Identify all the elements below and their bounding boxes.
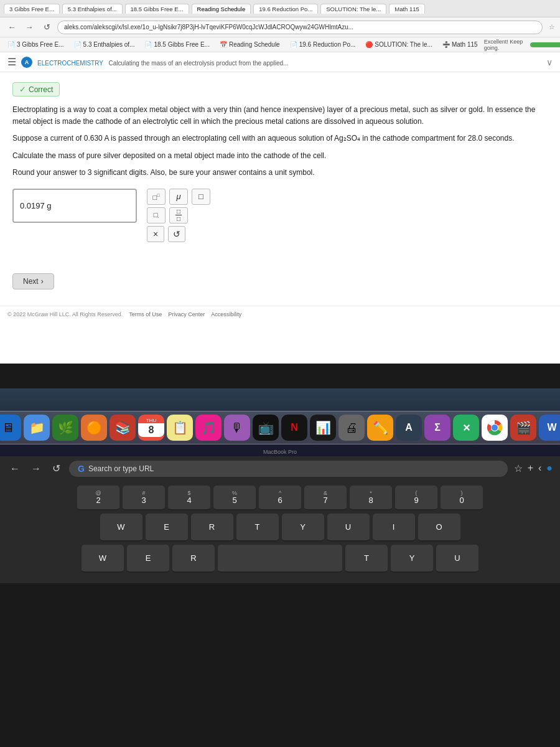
undo-btn[interactable]: ↺ — [168, 226, 185, 242]
dock-item-chrome[interactable] — [482, 415, 508, 441]
chrome-url-bar[interactable]: G Search or type URL — [69, 461, 508, 477]
superscript-btn[interactable]: □□ — [147, 189, 166, 205]
bookmark-solution[interactable]: 🔴 SOLUTION: The le... — [362, 40, 436, 49]
dock-item-print[interactable]: 🖨 — [338, 415, 365, 441]
key-i[interactable]: I — [373, 514, 415, 542]
dock-item-music[interactable]: 🎵 — [195, 415, 222, 441]
key-u2[interactable]: U — [436, 545, 478, 573]
url-bar[interactable]: aleks.com/alekscgi/x/lsl.exe/1o_u-lgNsik… — [57, 21, 543, 34]
chrome-add-btn[interactable]: + — [528, 463, 533, 474]
math-toolbar: □□ μ □ □· — [147, 189, 210, 242]
dock-item-netflix[interactable]: N — [281, 415, 307, 441]
bookmark-enthalpies[interactable]: 📄 5.3 Enthalpies of... — [70, 40, 139, 49]
subscript-dot-btn[interactable]: □· — [147, 207, 166, 223]
chrome-refresh-btn[interactable]: ↺ — [50, 460, 63, 477]
aleks-header: ☰ A ELECTROCHEMISTRY Calculating the mas… — [0, 52, 560, 72]
dock-item-calendar[interactable]: THU 8 — [138, 415, 164, 441]
bookmark-math[interactable]: ➗ Math 115 — [439, 40, 482, 49]
key-space[interactable] — [218, 545, 342, 573]
box-btn[interactable]: □ — [192, 189, 210, 205]
key-3[interactable]: # 3 — [123, 486, 165, 510]
key-r[interactable]: R — [191, 514, 233, 542]
back-button[interactable]: ← — [5, 21, 19, 34]
footer-accessibility[interactable]: Accessibility — [211, 311, 241, 317]
dock-item-stocks[interactable]: 📊 — [310, 415, 336, 441]
key-0[interactable]: ) 0 — [441, 486, 483, 510]
bookmark-label-4: Reading Schedule — [229, 41, 280, 48]
tab-3-gibbs[interactable]: 3 Gibbs Free E... — [4, 4, 60, 14]
key-t2[interactable]: T — [345, 545, 388, 573]
question-intro: Electroplating is a way to coat a comple… — [12, 104, 548, 128]
chrome-bookmark-btn[interactable]: ☆ — [514, 463, 523, 474]
key-w2[interactable]: W — [82, 545, 124, 573]
dock-item-sketch[interactable]: ✏️ — [367, 415, 393, 441]
hamburger-icon[interactable]: ☰ — [7, 56, 16, 68]
subscript-dot-icon: □· — [154, 211, 159, 220]
dock-item-font[interactable]: A — [396, 415, 422, 441]
refresh-button[interactable]: ↺ — [40, 21, 54, 34]
bookmark-reduction[interactable]: 📄 19.6 Reduction Po... — [286, 40, 360, 49]
bookmark-star-icon[interactable]: ☆ — [549, 23, 555, 31]
key-e[interactable]: E — [146, 514, 188, 542]
tab-math115[interactable]: Math 115 — [389, 4, 425, 14]
fraction-btn[interactable]: □ □ — [169, 207, 188, 223]
close-x-icon: × — [153, 229, 158, 239]
key-r2[interactable]: R — [172, 545, 215, 573]
question-line4: Round your answer to 3 significant digit… — [12, 167, 548, 179]
dock-item-books[interactable]: 📚 — [110, 415, 136, 441]
key-6[interactable]: ^ 6 — [259, 486, 301, 510]
key-e2[interactable]: E — [127, 545, 169, 573]
answer-box[interactable]: 0.0197 g — [12, 189, 137, 223]
dock-item-appletv[interactable]: 📺 — [253, 415, 279, 441]
key-5[interactable]: % 5 — [213, 486, 256, 510]
key-9[interactable]: ( 9 — [395, 486, 437, 510]
breadcrumb-category[interactable]: ELECTROCHEMISTRY — [37, 60, 103, 67]
dock-item-sigma[interactable]: Σ — [424, 415, 450, 441]
next-button[interactable]: Next › — [12, 273, 54, 289]
dock-item-notes[interactable]: 📋 — [167, 415, 193, 441]
progress-bar — [530, 42, 560, 47]
dock-item-xapp[interactable]: ✕ — [453, 415, 479, 441]
chrome-forward-btn[interactable]: → — [29, 461, 44, 477]
bookmark-reading[interactable]: 📅 Reading Schedule — [216, 40, 284, 49]
key-w[interactable]: W — [100, 514, 142, 542]
key-y[interactable]: Y — [282, 514, 324, 542]
expand-icon[interactable]: ∨ — [546, 57, 553, 67]
chrome-profile-btn[interactable]: ● — [546, 463, 553, 474]
footer-privacy[interactable]: Privacy Center — [168, 311, 205, 317]
mu-btn[interactable]: μ — [169, 189, 188, 205]
clear-btn[interactable]: × — [147, 226, 164, 242]
key-o-label: O — [436, 523, 442, 531]
math-toolbar-row-2: □· □ □ — [147, 207, 210, 223]
forward-button[interactable]: → — [22, 21, 36, 34]
aleks-logo: A — [21, 57, 32, 68]
footer: © 2022 McGraw Hill LLC. All Rights Reser… — [0, 306, 560, 322]
dock-item-podcast[interactable]: 🎙 — [224, 415, 250, 441]
key-y2[interactable]: Y — [391, 545, 433, 573]
bookmark-gibbs2[interactable]: 📄 18.5 Gibbs Free E... — [141, 40, 213, 49]
key-2[interactable]: @ 2 — [77, 486, 119, 510]
dock-item-word[interactable]: W — [539, 415, 560, 441]
key-8[interactable]: * 8 — [350, 486, 392, 510]
dock-item-files[interactable]: 📁 — [24, 415, 50, 441]
key-7[interactable]: & 7 — [304, 486, 347, 510]
chrome-back-btn[interactable]: ← — [7, 461, 22, 477]
dock-item-finder[interactable]: 🖥 — [0, 415, 21, 441]
dock-item-video[interactable]: 🎬 — [510, 415, 536, 441]
dock-item-plant[interactable]: 🌿 — [52, 415, 78, 441]
footer-terms[interactable]: Terms of Use — [129, 311, 162, 317]
key-t[interactable]: T — [236, 514, 279, 542]
dock-item-orange[interactable]: 🟠 — [81, 415, 107, 441]
tab-reading-schedule[interactable]: Reading Schedule — [192, 4, 251, 14]
tab-enthalpies[interactable]: 5.3 Enthalpies of... — [62, 4, 123, 14]
tab-reduction[interactable]: 19.6 Reduction Po... — [253, 4, 318, 14]
bookmark-label-2: 5.3 Enthalpies of... — [83, 41, 135, 48]
key-u[interactable]: U — [327, 514, 370, 542]
tab-solution[interactable]: SOLUTION: The le... — [320, 4, 386, 14]
tab-18-gibbs[interactable]: 18.5 Gibbs Free E... — [125, 4, 189, 14]
bookmark-gibbs1[interactable]: 📄 3 Gibbs Free E... — [4, 40, 68, 49]
chrome-back-chevron-btn[interactable]: ‹ — [538, 463, 541, 474]
next-arrow-icon: › — [41, 277, 44, 286]
key-4[interactable]: $ 4 — [168, 486, 210, 510]
key-o[interactable]: O — [418, 514, 460, 542]
